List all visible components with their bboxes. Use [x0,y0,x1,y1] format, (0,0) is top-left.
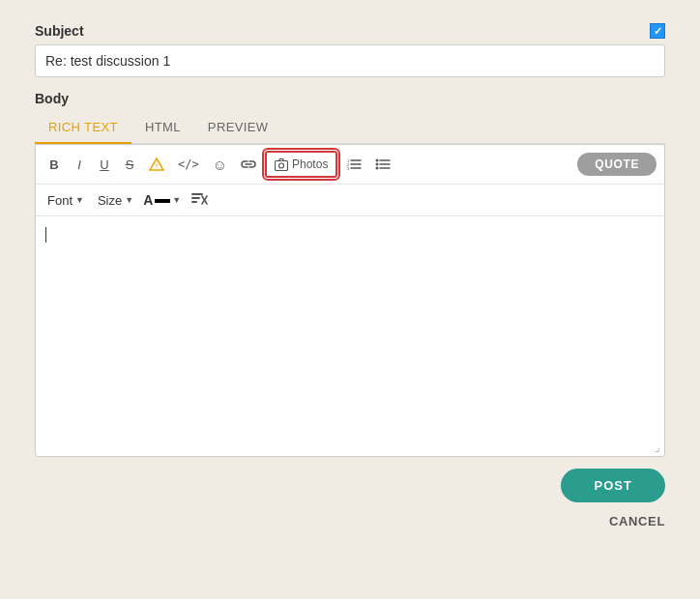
tab-rich-text[interactable]: RICH TEXT [35,112,131,144]
toolbar-row2: Font ▼ Size ▼ A ▼ [36,185,664,216]
code-button[interactable]: </> [173,153,204,176]
svg-rect-17 [191,193,203,195]
italic-button[interactable]: I [69,153,90,176]
svg-rect-18 [191,197,200,199]
cancel-button[interactable]: CANCEL [609,510,665,532]
svg-text:3: 3 [347,166,350,171]
editor-wrapper: B I U S ! </> ☺ [35,144,665,457]
clear-format-icon [190,190,208,206]
svg-rect-3 [276,160,288,170]
font-dropdown-arrow: ▼ [75,195,84,205]
photos-label: Photos [292,157,328,171]
unordered-list-icon [375,157,391,171]
svg-point-13 [376,167,379,170]
svg-point-4 [279,163,284,168]
subject-label: Subject [35,23,84,39]
editor-content[interactable] [36,216,664,439]
warning-icon: ! [149,157,164,172]
svg-point-12 [376,163,379,166]
text-color-button[interactable]: A ▼ [143,192,181,208]
body-section: Body RICH TEXT HTML PREVIEW B I U S ! [35,91,665,457]
bold-button[interactable]: B [44,153,65,176]
cursor [45,227,46,242]
color-indicator [155,199,170,203]
ordered-list-button[interactable]: 1 2 3 [341,153,366,176]
body-label: Body [35,91,665,106]
tabs-bar: RICH TEXT HTML PREVIEW [35,112,665,144]
resize-icon: ⌟ [655,441,660,454]
camera-icon [275,158,288,171]
underline-button[interactable]: U [94,153,115,176]
size-dropdown-arrow: ▼ [125,195,133,205]
warning-button[interactable]: ! [144,153,169,176]
font-dropdown[interactable]: Font ▼ [44,191,88,210]
unordered-list-button[interactable] [370,153,395,176]
text-color-label: A [143,192,153,208]
size-label: Size [98,193,122,208]
tab-preview[interactable]: PREVIEW [194,112,282,144]
photos-button[interactable]: Photos [265,151,337,178]
subject-section: Subject [35,23,665,77]
actions-row: POST CANCEL [35,469,665,532]
toolbar-row1: B I U S ! </> ☺ [36,145,664,185]
form-container: Subject Body RICH TEXT HTML PREVIEW B I … [15,15,685,552]
post-button[interactable]: POST [561,469,665,502]
link-button[interactable] [236,153,261,176]
color-dropdown-arrow: ▼ [172,195,181,205]
link-icon [241,158,256,170]
strikethrough-button[interactable]: S [119,153,140,176]
svg-point-11 [376,159,379,162]
svg-rect-19 [191,201,197,203]
subject-label-row: Subject [35,23,665,39]
svg-text:!: ! [156,162,158,169]
clear-format-button[interactable] [187,188,212,212]
subject-input[interactable] [35,44,665,77]
emoji-button[interactable]: ☺ [208,153,232,176]
quote-button[interactable]: QUOTE [577,153,656,176]
subject-checkbox[interactable] [650,23,665,39]
size-dropdown[interactable]: Size ▼ [94,191,137,210]
font-label: Font [47,193,73,208]
tab-html[interactable]: HTML [131,112,194,144]
ordered-list-icon: 1 2 3 [346,157,362,171]
resize-handle: ⌟ [36,439,664,456]
